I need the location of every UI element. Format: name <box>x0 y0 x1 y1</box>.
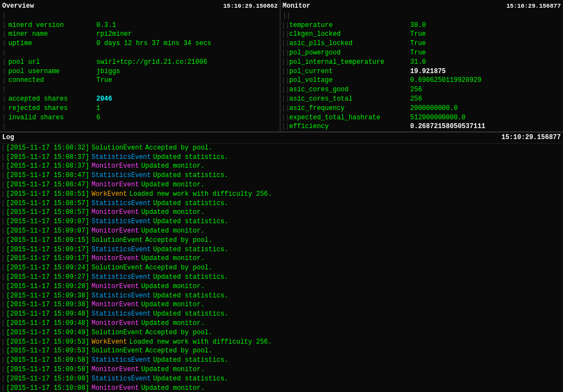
log-entry-timestamp: [2015-11-17 15:08:57] <box>6 199 89 208</box>
monitor-field-label: asic_plls_locked <box>289 39 410 48</box>
log-entry-event: MonitorEvent <box>91 208 139 217</box>
log-entry: |[2015-11-17 15:09:24]SolutionEventAccep… <box>0 263 563 273</box>
rejected-shares-label: rejected shares <box>8 104 96 113</box>
log-entry-timestamp: [2015-11-17 15:09:17] <box>6 245 89 255</box>
log-entry-message: Updated statistics. <box>153 374 228 384</box>
log-entry-timestamp: [2015-11-17 15:09:53] <box>6 338 89 347</box>
log-entry-event: StatisticsEvent <box>91 217 151 227</box>
rejected-shares-value: 1 <box>96 104 100 113</box>
monitor-divider: || <box>280 12 563 21</box>
log-entry-message: Updated statistics. <box>153 273 228 282</box>
invalid-shares-row: | invalid shares 6 <box>0 113 280 123</box>
overview-header: Overview 15:10:29.150862 <box>0 1 280 12</box>
log-entry-event: MonitorEvent <box>91 300 139 310</box>
log-entry-message: Updated monitor. <box>141 300 205 310</box>
log-entry-timestamp: [2015-11-17 15:09:49] <box>6 328 89 338</box>
log-entry-message: Updated statistics. <box>153 310 228 319</box>
log-entry: |[2015-11-17 15:09:17]StatisticsEventUpd… <box>0 245 563 255</box>
minerd-version-label: minerd version <box>8 21 96 30</box>
connected-label: connected <box>8 76 96 85</box>
log-entry: |[2015-11-17 15:09:58]MonitorEventUpdate… <box>0 365 563 374</box>
log-entry-timestamp: [2015-11-17 15:09:24] <box>6 263 89 273</box>
monitor-field-label: pol_internal_temperature <box>289 58 410 67</box>
log-entry-event: MonitorEvent <box>91 162 139 171</box>
log-entry-event: MonitorEvent <box>91 254 139 263</box>
log-entry: |[2015-11-17 15:09:48]StatisticsEventUpd… <box>0 310 563 319</box>
miner-name-value: rpi2miner <box>96 30 132 39</box>
log-entry: |[2015-11-17 15:09:38]StatisticsEventUpd… <box>0 291 563 301</box>
monitor-field-label: pol_current <box>289 67 410 76</box>
log-rows: |[2015-11-17 15:08:32]SolutionEventAccep… <box>0 143 563 392</box>
overview-panel: Overview 15:10:29.150862 | | minerd vers… <box>0 0 280 131</box>
log-entry-message: Updated monitor. <box>141 180 205 190</box>
log-entry-event: MonitorEvent <box>91 319 139 328</box>
log-entry-event: SolutionEvent <box>91 236 143 245</box>
log-entry-message: Updated monitor. <box>141 319 205 328</box>
monitor-field-value: True <box>410 39 426 48</box>
monitor-field-label: pol_powergood <box>289 48 410 58</box>
log-entry-event: StatisticsEvent <box>91 153 151 162</box>
monitor-field-label: clkgen_locked <box>289 30 410 39</box>
invalid-shares-value: 6 <box>96 113 100 123</box>
log-entry-timestamp: [2015-11-17 15:09:48] <box>6 310 89 319</box>
monitor-data-row: ||pol_current19.921875 <box>280 67 563 76</box>
log-body: |[2015-11-17 15:08:32]SolutionEventAccep… <box>0 143 563 392</box>
monitor-field-label: efficiency <box>289 122 410 131</box>
log-entry-event: StatisticsEvent <box>91 374 151 384</box>
log-entry: |[2015-11-17 15:09:27]StatisticsEventUpd… <box>0 273 563 282</box>
log-entry-message: Updated monitor. <box>141 208 205 217</box>
minerd-version-value: 0.3.1 <box>96 21 116 30</box>
log-entry: |[2015-11-17 15:08:47]StatisticsEventUpd… <box>0 171 563 180</box>
log-entry-message: Accepted by pool. <box>145 143 212 153</box>
log-entry-event: WorkEvent <box>91 338 127 347</box>
log-entry: |[2015-11-17 15:08:57]MonitorEventUpdate… <box>0 208 563 217</box>
log-entry-timestamp: [2015-11-17 15:09:15] <box>6 236 89 245</box>
log-entry-timestamp: [2015-11-17 15:08:37] <box>6 153 89 162</box>
log-entry-message: Updated monitor. <box>141 384 205 392</box>
log-entry: |[2015-11-17 15:09:38]MonitorEventUpdate… <box>0 300 563 310</box>
log-entry: |[2015-11-17 15:10:08]MonitorEventUpdate… <box>0 384 563 392</box>
rejected-shares-row: | rejected shares 1 <box>0 104 280 113</box>
log-entry-event: StatisticsEvent <box>91 245 151 255</box>
log-entry: |[2015-11-17 15:08:37]MonitorEventUpdate… <box>0 162 563 171</box>
uptime-row: | uptime 0 days 12 hrs 37 mins 34 secs <box>0 39 280 48</box>
monitor-timestamp: 15:10:29.156877 <box>506 2 561 10</box>
log-entry-event: StatisticsEvent <box>91 171 151 180</box>
log-entry-message: Updated statistics. <box>153 245 228 255</box>
log-entry-event: StatisticsEvent <box>91 310 151 319</box>
log-entry-timestamp: [2015-11-17 15:09:38] <box>6 291 89 301</box>
monitor-data-row: ||pol_internal_temperature31.0 <box>280 58 563 67</box>
log-entry-timestamp: [2015-11-17 15:09:07] <box>6 227 89 236</box>
pool-username-label: pool username <box>8 67 96 76</box>
log-entry: |[2015-11-17 15:08:32]SolutionEventAccep… <box>0 143 563 153</box>
log-entry-message: Accepted by pool. <box>145 346 212 356</box>
monitor-data-row: ||pol_voltage0.6906250119920929 <box>280 76 563 85</box>
log-entry: |[2015-11-17 15:08:37]StatisticsEventUpd… <box>0 153 563 162</box>
top-panel: Overview 15:10:29.150862 | | minerd vers… <box>0 0 563 132</box>
log-entry-timestamp: [2015-11-17 15:09:53] <box>6 346 89 356</box>
uptime-value: 0 days 12 hrs 37 mins 34 secs <box>96 39 211 48</box>
log-entry-event: MonitorEvent <box>91 180 139 190</box>
log-entry-message: Loaded new work with difficulty 256. <box>129 338 272 347</box>
log-entry-timestamp: [2015-11-17 15:09:58] <box>6 356 89 365</box>
monitor-data-row: ||asic_frequency2000000000.0 <box>280 104 563 113</box>
monitor-field-label: asic_frequency <box>289 104 410 113</box>
log-entry-timestamp: [2015-11-17 15:09:17] <box>6 254 89 263</box>
miner-name-row: | miner name rpi2miner <box>0 30 280 39</box>
monitor-panel: Monitor 15:10:29.156877 || ||temperature… <box>280 0 563 131</box>
log-entry-message: Updated monitor. <box>141 365 205 374</box>
log-entry: |[2015-11-17 15:10:08]StatisticsEventUpd… <box>0 374 563 384</box>
log-entry: |[2015-11-17 15:09:53]SolutionEventAccep… <box>0 346 563 356</box>
log-entry-message: Updated monitor. <box>141 254 205 263</box>
log-entry-event: MonitorEvent <box>91 365 139 374</box>
monitor-rows: ||temperature38.0||clkgen_lockedTrue||as… <box>280 21 563 131</box>
connected-row: | connected True <box>0 76 280 85</box>
invalid-shares-label: invalid shares <box>8 113 96 123</box>
monitor-data-row: ||asic_cores_good256 <box>280 85 563 95</box>
divider4: | <box>0 122 280 131</box>
log-entry-event: StatisticsEvent <box>91 291 151 301</box>
monitor-data-row: ||efficiency0.26872158050537111 <box>280 122 563 131</box>
log-entry-event: WorkEvent <box>91 190 127 199</box>
monitor-data-row: ||asic_cores_total256 <box>280 95 563 104</box>
log-entry-message: Updated statistics. <box>153 153 228 162</box>
